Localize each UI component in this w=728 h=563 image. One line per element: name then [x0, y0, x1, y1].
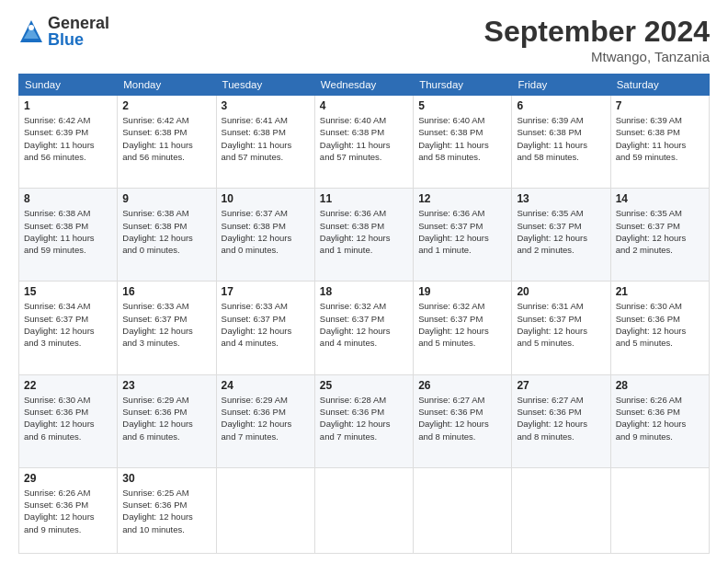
table-row: 18 Sunrise: 6:32 AMSunset: 6:37 PMDaylig… — [314, 282, 413, 374]
day-info: Sunrise: 6:41 AMSunset: 6:38 PMDaylight:… — [222, 115, 292, 162]
logo: General Blue — [18, 15, 109, 48]
day-info: Sunrise: 6:30 AMSunset: 6:36 PMDaylight:… — [616, 301, 687, 348]
header-sunday: Sunday — [19, 75, 118, 96]
day-info: Sunrise: 6:29 AMSunset: 6:36 PMDaylight:… — [222, 395, 292, 442]
day-number: 17 — [222, 285, 310, 298]
table-row: 6 Sunrise: 6:39 AMSunset: 6:38 PMDayligh… — [512, 96, 610, 189]
day-info: Sunrise: 6:37 AMSunset: 6:38 PMDaylight:… — [222, 208, 292, 255]
day-number: 24 — [222, 379, 310, 392]
title-block: September 2024 Mtwango, Tanzania — [484, 15, 710, 64]
header-saturday: Saturday — [610, 75, 709, 96]
day-info: Sunrise: 6:38 AMSunset: 6:38 PMDaylight:… — [122, 208, 193, 255]
table-row: 10 Sunrise: 6:37 AMSunset: 6:38 PMDaylig… — [216, 189, 314, 282]
header-tuesday: Tuesday — [216, 75, 314, 96]
day-info: Sunrise: 6:38 AMSunset: 6:38 PMDaylight:… — [24, 208, 95, 255]
day-info: Sunrise: 6:42 AMSunset: 6:39 PMDaylight:… — [24, 115, 95, 162]
day-info: Sunrise: 6:33 AMSunset: 6:37 PMDaylight:… — [122, 301, 193, 348]
day-number: 4 — [320, 99, 408, 112]
day-number: 20 — [517, 285, 605, 298]
day-info: Sunrise: 6:40 AMSunset: 6:38 PMDaylight:… — [320, 115, 391, 162]
page: General Blue September 2024 Mtwango, Tan… — [0, 0, 728, 563]
day-info: Sunrise: 6:34 AMSunset: 6:37 PMDaylight:… — [24, 301, 95, 348]
day-number: 18 — [320, 285, 408, 298]
table-row: 2 Sunrise: 6:42 AMSunset: 6:38 PMDayligh… — [118, 96, 216, 189]
day-number: 28 — [616, 379, 704, 392]
day-number: 27 — [517, 379, 605, 392]
table-row: 11 Sunrise: 6:36 AMSunset: 6:38 PMDaylig… — [314, 189, 413, 282]
day-info: Sunrise: 6:36 AMSunset: 6:38 PMDaylight:… — [320, 208, 391, 255]
logo-general-text: General — [48, 15, 109, 31]
day-info: Sunrise: 6:27 AMSunset: 6:36 PMDaylight:… — [418, 395, 489, 442]
table-row: 9 Sunrise: 6:38 AMSunset: 6:38 PMDayligh… — [118, 189, 216, 282]
day-info: Sunrise: 6:42 AMSunset: 6:38 PMDaylight:… — [122, 115, 193, 162]
logo-text: General Blue — [48, 15, 109, 48]
header-thursday: Thursday — [414, 75, 512, 96]
table-row: 4 Sunrise: 6:40 AMSunset: 6:38 PMDayligh… — [314, 96, 413, 189]
table-row — [314, 467, 413, 553]
day-number: 8 — [24, 192, 112, 205]
table-row: 20 Sunrise: 6:31 AMSunset: 6:37 PMDaylig… — [512, 282, 610, 374]
table-row: 8 Sunrise: 6:38 AMSunset: 6:38 PMDayligh… — [19, 189, 118, 282]
table-row: 17 Sunrise: 6:33 AMSunset: 6:37 PMDaylig… — [216, 282, 314, 374]
day-number: 23 — [122, 379, 210, 392]
day-info: Sunrise: 6:25 AMSunset: 6:36 PMDaylight:… — [122, 488, 193, 534]
day-number: 30 — [122, 472, 210, 485]
table-row: 21 Sunrise: 6:30 AMSunset: 6:36 PMDaylig… — [610, 282, 709, 374]
day-number: 29 — [24, 472, 112, 485]
table-row: 1 Sunrise: 6:42 AMSunset: 6:39 PMDayligh… — [19, 96, 118, 189]
table-row: 27 Sunrise: 6:27 AMSunset: 6:36 PMDaylig… — [512, 374, 610, 467]
table-row: 14 Sunrise: 6:35 AMSunset: 6:37 PMDaylig… — [610, 189, 709, 282]
table-row: 19 Sunrise: 6:32 AMSunset: 6:37 PMDaylig… — [414, 282, 512, 374]
table-row: 5 Sunrise: 6:40 AMSunset: 6:38 PMDayligh… — [414, 96, 512, 189]
month-title: September 2024 — [484, 15, 710, 49]
table-row: 24 Sunrise: 6:29 AMSunset: 6:36 PMDaylig… — [216, 374, 314, 467]
table-row: 16 Sunrise: 6:33 AMSunset: 6:37 PMDaylig… — [118, 282, 216, 374]
day-info: Sunrise: 6:40 AMSunset: 6:38 PMDaylight:… — [418, 115, 489, 162]
calendar-table: Sunday Monday Tuesday Wednesday Thursday… — [18, 74, 710, 554]
day-number: 16 — [122, 285, 210, 298]
day-info: Sunrise: 6:28 AMSunset: 6:36 PMDaylight:… — [320, 395, 391, 442]
day-info: Sunrise: 6:33 AMSunset: 6:37 PMDaylight:… — [222, 301, 292, 348]
table-row — [512, 467, 610, 553]
table-row: 15 Sunrise: 6:34 AMSunset: 6:37 PMDaylig… — [19, 282, 118, 374]
day-number: 2 — [122, 99, 210, 112]
svg-point-2 — [28, 25, 34, 30]
table-row: 29 Sunrise: 6:26 AMSunset: 6:36 PMDaylig… — [19, 467, 118, 553]
logo-blue-text: Blue — [48, 31, 109, 48]
day-info: Sunrise: 6:29 AMSunset: 6:36 PMDaylight:… — [122, 395, 193, 442]
day-number: 1 — [24, 99, 112, 112]
day-number: 26 — [418, 379, 506, 392]
day-info: Sunrise: 6:31 AMSunset: 6:37 PMDaylight:… — [517, 301, 587, 348]
table-row: 23 Sunrise: 6:29 AMSunset: 6:36 PMDaylig… — [118, 374, 216, 467]
table-row: 26 Sunrise: 6:27 AMSunset: 6:36 PMDaylig… — [414, 374, 512, 467]
table-row: 3 Sunrise: 6:41 AMSunset: 6:38 PMDayligh… — [216, 96, 314, 189]
day-number: 7 — [616, 99, 704, 112]
table-row: 12 Sunrise: 6:36 AMSunset: 6:37 PMDaylig… — [414, 189, 512, 282]
day-number: 6 — [517, 99, 605, 112]
day-number: 25 — [320, 379, 408, 392]
day-info: Sunrise: 6:32 AMSunset: 6:37 PMDaylight:… — [320, 301, 391, 348]
day-info: Sunrise: 6:35 AMSunset: 6:37 PMDaylight:… — [517, 208, 587, 255]
day-info: Sunrise: 6:36 AMSunset: 6:37 PMDaylight:… — [418, 208, 489, 255]
day-number: 10 — [222, 192, 310, 205]
day-number: 12 — [418, 192, 506, 205]
header-monday: Monday — [118, 75, 216, 96]
day-number: 13 — [517, 192, 605, 205]
table-row — [414, 467, 512, 553]
day-info: Sunrise: 6:39 AMSunset: 6:38 PMDaylight:… — [616, 115, 687, 162]
day-info: Sunrise: 6:26 AMSunset: 6:36 PMDaylight:… — [616, 395, 687, 442]
day-number: 9 — [122, 192, 210, 205]
day-number: 5 — [418, 99, 506, 112]
day-number: 14 — [616, 192, 704, 205]
day-number: 11 — [320, 192, 408, 205]
table-row: 13 Sunrise: 6:35 AMSunset: 6:37 PMDaylig… — [512, 189, 610, 282]
day-info: Sunrise: 6:35 AMSunset: 6:37 PMDaylight:… — [616, 208, 687, 255]
header-wednesday: Wednesday — [314, 75, 413, 96]
table-row — [216, 467, 314, 553]
day-number: 19 — [418, 285, 506, 298]
table-row — [610, 467, 709, 553]
table-row: 28 Sunrise: 6:26 AMSunset: 6:36 PMDaylig… — [610, 374, 709, 467]
day-number: 15 — [24, 285, 112, 298]
table-row: 22 Sunrise: 6:30 AMSunset: 6:36 PMDaylig… — [19, 374, 118, 467]
day-number: 3 — [222, 99, 310, 112]
